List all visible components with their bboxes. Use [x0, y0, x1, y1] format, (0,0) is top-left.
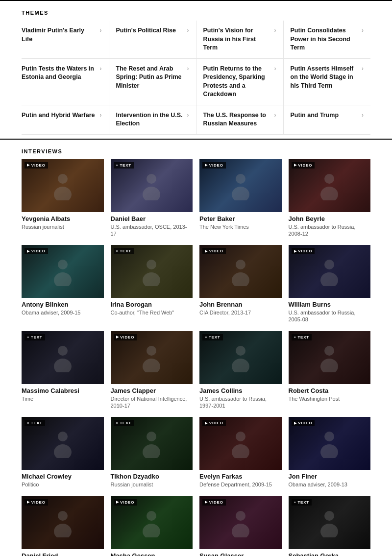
badge-label-fried: VIDEO [31, 500, 46, 505]
badge-label-borogan: TEXT [120, 249, 131, 253]
interview-card-blinken[interactable]: ▶ VIDEO Antony Blinken Obama adviser, 20… [22, 245, 104, 323]
interview-thumb-beyrle: ▶ VIDEO [289, 159, 371, 212]
interview-card-collins[interactable]: ≡ TEXT James Collins U.S. ambassador to … [199, 331, 282, 410]
theme-arrow-t11: › [274, 111, 276, 120]
theme-arrow-t2: › [187, 26, 189, 35]
theme-item-t11[interactable]: The U.S. Response to Russian Measures› [196, 105, 283, 134]
interview-desc-borogan: Co-author, "The Red Web" [111, 309, 193, 316]
media-badge-brennan: ▶ VIDEO [202, 248, 226, 254]
interview-card-borogan[interactable]: ≡ TEXT Irina Borogan Co-author, "The Red… [111, 245, 193, 323]
theme-item-t8[interactable]: Putin Asserts Himself on the World Stage… [283, 58, 370, 105]
theme-item-t9[interactable]: Putin and Hybrid Warfare› [22, 105, 109, 134]
interview-desc-brennan: CIA Director, 2013-17 [199, 309, 282, 316]
interview-thumb-blinken: ▶ VIDEO [22, 245, 104, 298]
interview-card-crowley[interactable]: ≡ TEXT Michael Crowley Politico [22, 417, 104, 488]
interview-thumb-borogan: ≡ TEXT [111, 245, 193, 298]
svg-point-9 [54, 272, 72, 286]
interview-name-borogan: Irina Borogan [111, 301, 193, 308]
badge-label-gessen: VIDEO [120, 500, 134, 505]
theme-item-t10[interactable]: Intervention in the U.S. Election› [109, 105, 196, 134]
interview-card-glasser[interactable]: ▶ VIDEO Susan Glasser Co-author, "Kremli… [199, 496, 282, 556]
media-badge-clapper: ▶ VIDEO [114, 334, 137, 340]
interview-thumb-gorka: ≡ TEXT [289, 496, 371, 549]
interview-card-fried[interactable]: ▶ VIDEO Daniel Fried National Security C… [22, 496, 104, 556]
svg-point-31 [320, 444, 338, 458]
interview-name-gorka: Sebastian Gorka [289, 552, 371, 556]
interview-card-gessen[interactable]: ▶ VIDEO Masha Gessen Author, "The Man Wi… [111, 496, 193, 556]
svg-point-5 [232, 187, 249, 200]
interview-card-gorka[interactable]: ≡ TEXT Sebastian Gorka Deputy Assistant … [289, 496, 371, 556]
badge-icon-blinken: ▶ [27, 249, 30, 253]
theme-text-t10: Intervention in the U.S. Election [116, 111, 184, 128]
badge-icon-albats: ▶ [27, 163, 30, 167]
interviews-grid: ▶ VIDEO Yevgenia Albats Russian journali… [22, 159, 370, 556]
theme-item-t12[interactable]: Putin and Trump› [283, 105, 370, 134]
interview-card-burns[interactable]: ▶ VIDEO William Burns U.S. ambassador to… [289, 245, 371, 323]
interview-thumb-baer: ≡ TEXT [111, 159, 193, 212]
badge-icon-collins: ≡ [205, 336, 207, 339]
theme-arrow-t7: › [274, 65, 276, 73]
svg-point-12 [236, 260, 245, 269]
media-badge-fried: ▶ VIDEO [24, 499, 48, 506]
interview-card-farkas[interactable]: ▶ VIDEO Evelyn Farkas Defense Department… [199, 417, 282, 488]
theme-arrow-t5: › [100, 65, 102, 73]
theme-text-t5: Putin Tests the Waters in Estonia and Ge… [22, 65, 97, 82]
interview-name-burns: William Burns [289, 301, 371, 308]
svg-point-4 [236, 174, 245, 184]
interview-card-baer[interactable]: ≡ TEXT Daniel Baer U.S. ambassador, OSCE… [111, 159, 193, 238]
media-badge-baer: ≡ TEXT [114, 162, 134, 169]
interview-card-brennan[interactable]: ▶ VIDEO John Brennan CIA Director, 2013-… [199, 245, 282, 323]
media-badge-crowley: ≡ TEXT [24, 420, 45, 426]
interview-thumb-calabresi: ≡ TEXT [22, 331, 104, 384]
badge-icon-crowley: ≡ [27, 421, 29, 425]
svg-point-34 [147, 511, 156, 521]
badge-label-brennan: VIDEO [209, 249, 223, 253]
interview-card-beyrle[interactable]: ▶ VIDEO John Beyrle U.S. ambassador to R… [289, 159, 371, 238]
svg-point-3 [143, 187, 160, 200]
interviews-section: INTERVIEWS ▶ VIDEO Yevgenia Albats Russi… [0, 139, 392, 556]
badge-label-baker: VIDEO [209, 163, 223, 168]
interview-card-clapper[interactable]: ▶ VIDEO James Clapper Director of Nation… [111, 331, 193, 410]
theme-arrow-t4: › [362, 26, 364, 35]
svg-point-0 [58, 174, 68, 184]
interview-desc-baker: The New York Times [199, 223, 282, 230]
theme-arrow-t8: › [362, 65, 364, 73]
badge-icon-brennan: ▶ [205, 249, 208, 253]
theme-text-t6: The Reset and Arab Spring: Putin as Prim… [116, 65, 184, 91]
svg-point-8 [58, 260, 68, 269]
svg-point-38 [324, 511, 334, 521]
badge-label-collins: TEXT [209, 335, 220, 339]
interview-card-calabresi[interactable]: ≡ TEXT Massimo Calabresi Time [22, 331, 104, 410]
themes-grid: Vladimir Putin's Early Life›Putin's Poli… [0, 21, 392, 135]
badge-icon-gorka: ≡ [294, 501, 296, 504]
media-badge-costa: ≡ TEXT [292, 334, 312, 340]
svg-point-14 [324, 260, 334, 269]
interview-name-blinken: Antony Blinken [22, 301, 104, 308]
interview-thumb-clapper: ▶ VIDEO [111, 331, 193, 384]
svg-point-27 [143, 444, 160, 458]
media-badge-gessen: ▶ VIDEO [114, 499, 137, 506]
badge-icon-borogan: ≡ [116, 249, 119, 253]
theme-item-t2[interactable]: Putin's Political Rise› [109, 21, 196, 58]
theme-item-t3[interactable]: Putin's Vision for Russia in his First T… [196, 21, 283, 58]
interview-card-dzyadko[interactable]: ≡ TEXT Tikhon Dzyadko Russian journalist [111, 417, 193, 488]
theme-item-t6[interactable]: The Reset and Arab Spring: Putin as Prim… [109, 58, 196, 105]
theme-arrow-t6: › [187, 65, 189, 73]
theme-item-t1[interactable]: Vladimir Putin's Early Life› [22, 21, 109, 58]
interview-card-finer[interactable]: ▶ VIDEO Jon Finer Obama adviser, 2009-13 [289, 417, 371, 488]
interview-card-albats[interactable]: ▶ VIDEO Yevgenia Albats Russian journali… [22, 159, 104, 238]
svg-point-24 [58, 432, 68, 441]
interview-thumb-finer: ▶ VIDEO [289, 417, 371, 470]
svg-point-19 [143, 359, 160, 372]
interview-desc-baer: U.S. ambassador, OSCE, 2013-17 [111, 223, 193, 238]
interview-name-brennan: John Brennan [199, 301, 282, 308]
badge-label-blinken: VIDEO [31, 249, 46, 253]
interview-desc-clapper: Director of National Intelligence, 2010-… [111, 395, 193, 410]
interview-card-costa[interactable]: ≡ TEXT Robert Costa The Washington Post [289, 331, 371, 410]
svg-point-15 [320, 272, 338, 286]
theme-item-t7[interactable]: Putin Returns to the Presidency, Sparkin… [196, 58, 283, 105]
interview-card-baker[interactable]: ▶ VIDEO Peter Baker The New York Times [199, 159, 282, 238]
theme-item-t4[interactable]: Putin Consolidates Power in his Second T… [283, 21, 370, 58]
svg-point-25 [54, 444, 72, 458]
theme-item-t5[interactable]: Putin Tests the Waters in Estonia and Ge… [22, 58, 109, 105]
